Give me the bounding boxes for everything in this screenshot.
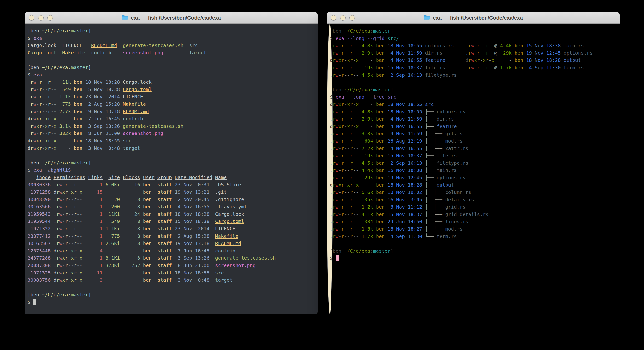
text-run [71, 94, 74, 100]
text-run [385, 219, 388, 224]
permission-char: x [62, 277, 65, 283]
text-run: target [210, 277, 232, 283]
text-run: ben [376, 43, 385, 48]
text-run: 8 Jun 21:00 [172, 262, 210, 268]
permission-char: - [347, 226, 350, 232]
permission-char: - [356, 190, 358, 195]
permission-char: x [80, 270, 82, 276]
terminal-output[interactable]: [ben ~/C/e/exa:master]$ exa --long --gri… [327, 24, 333, 314]
permission-char: - [77, 189, 80, 195]
text-run: ben [376, 175, 385, 180]
text-run: 4.5k [358, 72, 373, 78]
text-run: 3.1Ki [102, 255, 120, 261]
zoom-button[interactable] [350, 15, 355, 20]
text-run: staff [154, 182, 172, 188]
permission-char: - [338, 190, 341, 195]
permission-char: w [33, 116, 36, 122]
permission-char: r [350, 219, 353, 224]
permission-char: - [491, 65, 494, 70]
permission-char: r [30, 116, 33, 122]
terminal-line: 1971322 .rw-r--r-- 1 1.1Ki 8 ben staff 2… [28, 225, 315, 232]
text-run [120, 116, 123, 122]
text-run: $ [28, 299, 33, 305]
text-run [385, 43, 388, 48]
text-run: 4.8k [358, 43, 373, 48]
text-run: 604 [358, 138, 373, 144]
text-run [120, 130, 123, 136]
terminal-line: drwxr-xr-x - ben 18 Nov 18:55 src [28, 137, 315, 144]
text-run [373, 153, 376, 158]
text-run: -l [45, 72, 50, 78]
zoom-button[interactable] [48, 15, 53, 20]
permission-char: r [65, 204, 68, 210]
close-button[interactable] [331, 15, 336, 20]
text-run [422, 131, 425, 136]
text-run: 30048390 [28, 196, 50, 202]
permission-char: r [56, 204, 59, 210]
minimize-button[interactable] [340, 15, 346, 20]
permission-char: . [330, 204, 333, 210]
terminal-line: 30048390 .rw-r--r-- 1 20 8 ben staff 2 N… [28, 196, 315, 203]
permission-char: r [333, 116, 336, 122]
permission-char: x [62, 270, 65, 276]
text-run: ben [376, 124, 385, 129]
text-run: .DS_Store [210, 182, 241, 188]
permission-char: r [350, 124, 353, 129]
permission-char: - [50, 130, 54, 136]
text-run: 19 Nov 12:45 [388, 175, 422, 180]
permission-char: - [338, 204, 341, 210]
permission-char: w [336, 226, 338, 232]
text-run: ben [376, 146, 385, 151]
permission-char: r [477, 50, 480, 56]
close-button[interactable] [29, 15, 34, 20]
text-run: [ben [330, 87, 344, 92]
text-run: 11 [82, 270, 102, 276]
permission-char: d [54, 277, 56, 283]
permission-char: - [353, 72, 356, 78]
text-run: Cargo.lock [123, 79, 152, 85]
permission-char: . [28, 123, 30, 129]
text-run: ├── [425, 124, 436, 129]
permission-char: - [488, 50, 491, 56]
text-run [163, 50, 189, 56]
permission-char: . [54, 182, 56, 188]
permission-char: - [356, 160, 358, 166]
permission-char: . [330, 197, 333, 202]
permission-char: - [68, 226, 71, 232]
text-run: .travis.yml [210, 204, 247, 210]
terminal-line: 30083756 drwxr-xr-x 3 - - ben staff 3 No… [28, 276, 315, 284]
text-run: staff [154, 240, 172, 246]
permission-char: - [483, 65, 486, 70]
text-run [385, 72, 388, 78]
permission-char: - [80, 211, 82, 217]
text-run [42, 167, 45, 173]
terminal-output[interactable]: [ben ~/C/e/exa:master]$ exaCargo.lock LI… [25, 24, 318, 314]
permission-char: w [33, 94, 36, 100]
text-run: Cargo.lock [28, 42, 56, 48]
permission-char: r [48, 145, 50, 151]
text-run [50, 211, 54, 217]
text-run: src/ [388, 36, 399, 41]
text-run: 4 Nov 11:59 [388, 131, 422, 136]
permission-char: x [71, 270, 74, 276]
permission-char: r [65, 196, 68, 202]
permission-char: - [338, 50, 341, 56]
text-run [50, 218, 54, 224]
title-bar[interactable]: exa — fish /Users/ben/Code/exa/exa [327, 12, 620, 24]
permission-char: x [356, 124, 358, 129]
text-run [82, 79, 85, 85]
permission-char: - [480, 43, 483, 48]
text-run: $ [28, 35, 33, 41]
text-run [82, 86, 85, 92]
permission-char: - [68, 233, 71, 239]
text-run: 8 [120, 196, 140, 202]
title-bar[interactable]: exa — fish /Users/ben/Code/exa/exa [25, 12, 318, 24]
permission-char: r [74, 255, 77, 261]
permission-char: r [65, 218, 68, 224]
text-run: staff [154, 248, 172, 254]
minimize-button[interactable] [38, 15, 44, 20]
text-run: ben [376, 57, 385, 63]
permission-char: - [36, 108, 39, 114]
permission-char: r [56, 218, 59, 224]
terminal-line: .rw-r--r-- 11k ben 18 Nov 18:28 Cargo.lo… [28, 78, 315, 86]
